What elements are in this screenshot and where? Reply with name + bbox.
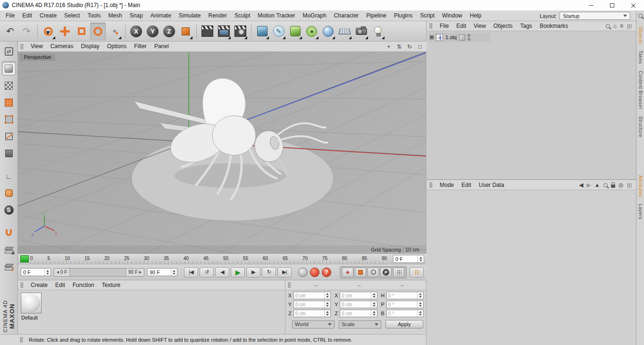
live-selection-tool[interactable] [41,23,56,40]
timeline-mode-button[interactable] [410,267,424,278]
last-frame-button[interactable]: ▶| [277,267,292,278]
toggle-view-icon[interactable]: □ [416,43,424,50]
render-settings-button[interactable] [233,23,248,40]
enable-axis-button[interactable]: ∟ [2,169,16,183]
coordinate-field[interactable]: 0 ° [386,292,424,299]
scale-tool[interactable] [74,23,89,40]
autokey-help-button[interactable]: ? [322,268,331,277]
editor-visibility-dot[interactable] [468,34,470,37]
layout-dropdown[interactable]: Startup [560,12,630,20]
panel-drag-handle-icon[interactable] [20,282,24,288]
transform-mode-dropdown[interactable]: Scale [339,320,381,328]
menu-item[interactable]: Animate [147,11,175,21]
render-view-button[interactable] [200,23,215,40]
render-visibility-dot[interactable] [468,38,470,41]
frame-range-slider[interactable]: 0 F 90 F [54,268,144,277]
coordinate-group-dropdown[interactable]: -- [294,282,337,288]
tab-takes[interactable]: Takes [638,50,643,64]
coordinate-field[interactable]: 0 cm [340,292,377,299]
object-manager-menu-item[interactable]: File [436,21,452,31]
rotation-key-button[interactable] [368,268,379,277]
snap-button[interactable]: S [2,203,16,217]
menu-item[interactable]: Help [466,11,485,21]
viewport-menu-item[interactable]: Options [103,42,130,51]
attribute-manager-menu-item[interactable]: User Data [475,180,508,190]
viewport-menu-item[interactable]: View [27,42,47,51]
phong-tag-icon[interactable] [459,34,465,41]
material-menu-item[interactable]: Function [69,280,98,290]
spinner-arrows[interactable] [418,255,424,262]
object-manager-menu-item[interactable]: Tags [517,21,536,31]
menu-item[interactable]: Character [330,11,363,21]
first-frame-button[interactable]: |◀ [184,267,198,278]
range-end-handle[interactable]: 90 F [125,269,144,276]
menu-item[interactable]: Tools [84,11,104,21]
lock-x-axis-button[interactable]: X [128,23,144,40]
pin-icon[interactable]: ▲ [594,182,600,188]
tab-structure[interactable]: Structure [638,116,643,137]
coordinate-field[interactable]: 0 cm [293,301,331,308]
next-frame-button[interactable]: ▶ [246,267,260,278]
filter-icon[interactable]: ≡ [620,23,623,29]
menu-item[interactable]: Sculpt [231,11,254,21]
previous-frame-button[interactable]: ◀ [215,267,229,278]
redo-button[interactable]: ↷ [19,23,34,40]
coordinate-field[interactable]: 0 cm [293,310,331,317]
range-start-handle[interactable]: 0 F [54,269,70,276]
attribute-manager-menu-item[interactable]: Mode [436,180,458,190]
panel-menu-icon[interactable] [627,183,632,188]
coordinate-field[interactable]: 0 ° [386,301,424,308]
menu-item[interactable]: Plugins [390,11,416,21]
object-manager-menu-item[interactable]: Edit [452,21,470,31]
zoom-view-icon[interactable]: ⇅ [395,43,403,50]
panel-drag-handle-icon[interactable] [429,182,433,188]
current-frame-marker[interactable] [20,255,29,262]
end-frame-field[interactable]: 90 F [147,268,177,276]
scale-key-button[interactable] [355,268,366,277]
coordinate-space-dropdown[interactable]: World [292,320,335,328]
spinner-arrows[interactable] [171,269,177,276]
render-picture-viewer-button[interactable] [216,23,232,40]
workplane-lock-button[interactable] [2,243,16,257]
attribute-manager-menu-item[interactable]: Edit [458,180,475,190]
material-thumbnail[interactable] [21,293,42,313]
history-forward-icon[interactable]: ▶ [586,182,591,188]
lock-y-axis-button[interactable]: Y [145,23,160,40]
solo-button[interactable] [298,268,308,277]
history-back-icon[interactable]: ◀ [579,182,583,188]
move-tool[interactable] [57,23,73,40]
menu-item[interactable]: File [2,11,18,21]
object-manager-menu-item[interactable]: Bookmarks [536,21,572,31]
timeline-ruler[interactable]: 051015202530354045505560657075808590 0 F [18,254,427,264]
camera-label[interactable]: Perspective [20,54,55,61]
simulate-button[interactable] [320,23,336,40]
record-button[interactable] [310,268,319,277]
lock-z-axis-button[interactable]: Z [161,23,177,40]
search-icon[interactable] [638,14,643,18]
search-icon[interactable] [603,183,608,187]
menu-item[interactable]: Mesh [104,11,125,21]
edges-mode-button[interactable] [2,129,16,143]
mograph-button[interactable] [304,23,319,40]
undo-button[interactable]: ↶ [2,23,18,40]
recent-tool-button[interactable] [107,23,122,40]
spinner-arrows[interactable] [44,269,50,276]
locked-workplane-button[interactable] [2,260,16,274]
previous-key-button[interactable]: ↺ [200,267,214,278]
object-name[interactable]: 1.obj [445,34,457,40]
menu-item[interactable]: MoGraph [299,11,330,21]
menu-item[interactable]: Simulate [175,11,205,21]
minimize-button[interactable] [580,0,602,11]
viewport-menu-item[interactable]: Panel [151,42,173,51]
next-key-button[interactable]: ↻ [262,267,276,278]
add-spline-button[interactable]: ✎ [271,23,286,40]
object-manager-menu-item[interactable]: Objects [490,21,517,31]
menu-item[interactable]: Render [205,11,231,21]
pan-view-icon[interactable]: + [385,43,393,50]
tab-content-browser[interactable]: Content Browser [638,71,643,109]
viewport-menu-item[interactable]: Display [77,42,103,51]
coordinate-group-dropdown[interactable]: -- [337,282,380,288]
coordinate-system-button[interactable] [178,23,193,40]
search-icon[interactable] [606,24,610,28]
make-editable-button[interactable]: ⇄ [2,44,16,59]
